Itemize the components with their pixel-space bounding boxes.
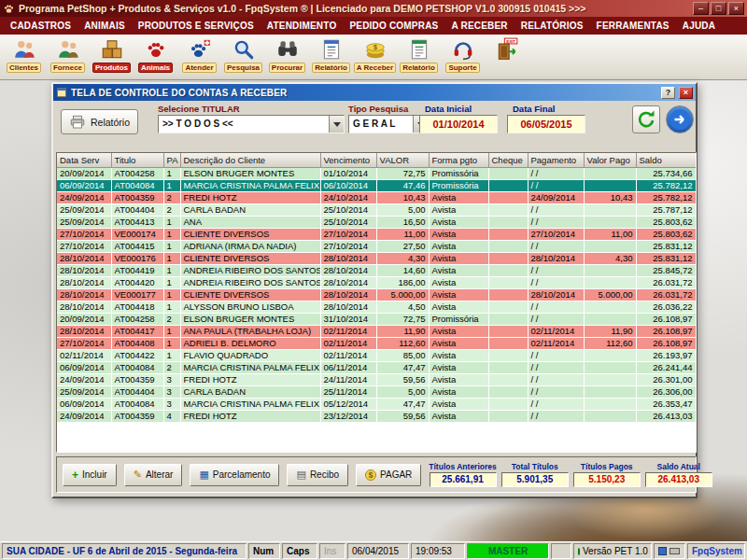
menu-item[interactable]: ATENDIMENTO	[261, 19, 344, 33]
cell-saldo: 25.845,72	[636, 264, 696, 276]
menu-item[interactable]: AJUDA	[676, 19, 722, 33]
toolbar-areceber-button[interactable]: $ A Receber	[353, 36, 397, 79]
cell-valor: 11,00	[376, 228, 429, 240]
window-titlebar[interactable]: TELA DE CONTROLE DO CONTAS A RECEBER ? ×	[53, 84, 696, 101]
cell-valor-pago: 11,00	[584, 228, 636, 240]
titular-select[interactable]: >> T O D O S <<	[158, 115, 345, 133]
cell-valor: 85,00	[376, 349, 429, 361]
tipo-pesquisa-select[interactable]: G E R A L	[348, 115, 429, 133]
column-header[interactable]: VALOR	[376, 153, 429, 167]
table-row[interactable]: 27/10/2014 VE000174 1 CLIENTE DIVERSOS 2…	[57, 228, 696, 240]
relatorio-button[interactable]: Relatório	[61, 109, 138, 134]
parcelamento-label: Parcelamento	[213, 469, 271, 480]
help-button[interactable]: ?	[661, 87, 675, 99]
table-row[interactable]: 20/09/2014 AT004258 1 ELSON BRUGER MONTE…	[57, 167, 696, 179]
cell-pa: 1	[163, 288, 180, 301]
toolbar-pesquisa-button[interactable]: Pesquisa	[221, 36, 265, 79]
table-row[interactable]: 27/10/2014 AT004408 1 ADRIELI B. DELMORO…	[57, 337, 696, 349]
table-row[interactable]: 24/09/2014 AT004359 3 FREDI HOTZ 24/11/2…	[57, 373, 696, 385]
cell-data-serv: 28/10/2014	[57, 288, 111, 301]
table-row[interactable]: 25/09/2014 AT004413 1 ANA 25/10/2014 16,…	[57, 216, 696, 228]
table-row[interactable]: 28/10/2014 AT004418 1 ALYSSON BRUNO LISB…	[57, 301, 696, 313]
data-final-field[interactable]	[507, 115, 585, 133]
toolbar-produtos-button[interactable]: Produtos	[90, 36, 134, 79]
cell-forma-pgto: Avista	[429, 325, 488, 337]
toolbar-procurar-button[interactable]: Procurar	[265, 36, 309, 79]
toolbar-animais-button[interactable]: Animais	[134, 36, 177, 79]
column-header[interactable]: Data Serv	[57, 153, 111, 167]
incluir-button[interactable]: +Incluir	[63, 464, 117, 486]
column-header[interactable]: Pagamento	[528, 153, 584, 167]
parcelamento-button[interactable]: ▦Parcelamento	[190, 464, 279, 486]
cell-cliente: MARCIA CRISTINA PALMA FELIX	[180, 398, 320, 410]
menu-item[interactable]: PEDIDO COMPRAS	[343, 19, 444, 33]
table-row[interactable]: 06/09/2014 AT004084 3 MARCIA CRISTINA PA…	[57, 398, 696, 410]
window-close-button[interactable]: ×	[679, 87, 693, 99]
cell-pagamento: / /	[528, 410, 584, 422]
toolbar-suporte-button[interactable]: Suporte	[441, 36, 485, 79]
cell-pagamento: / /	[528, 373, 584, 385]
refresh-button[interactable]	[632, 105, 660, 133]
table-row[interactable]: 06/09/2014 AT004084 2 MARCIA CRISTINA PA…	[57, 361, 696, 373]
minimize-button[interactable]: –	[693, 2, 709, 15]
toolbar-clientes-button[interactable]: Clientes	[2, 36, 46, 79]
toolbar-fornecedores-button[interactable]: Fornece	[46, 36, 90, 79]
column-header[interactable]: Descrição do Cliente	[180, 153, 320, 167]
toolbar-relatorio2-button[interactable]: Relatório	[397, 36, 441, 79]
table-row[interactable]: 02/11/2014 AT004422 1 FLAVIO QUADRADO 02…	[57, 349, 696, 361]
cell-saldo: 26.031,72	[636, 288, 696, 301]
menu-item[interactable]: RELATÓRIOS	[514, 19, 590, 33]
table-row[interactable]: 24/09/2014 AT004359 2 FREDI HOTZ 24/10/2…	[57, 191, 696, 203]
toolbar-relatorio-button[interactable]: Relatório	[309, 36, 353, 79]
cell-valor-pago: 112,60	[584, 337, 636, 349]
cell-saldo: 26.306,00	[636, 385, 696, 398]
cell-pagamento: / /	[528, 385, 584, 398]
column-header[interactable]: Cheque	[488, 153, 528, 167]
cell-forma-pgto: Avista	[429, 361, 488, 373]
table-row[interactable]: 28/10/2014 AT004419 1 ANDREIA RIBEIRO DO…	[57, 264, 696, 276]
menu-item[interactable]: CADASTROS	[4, 19, 78, 33]
menu-item[interactable]: ANIMAIS	[78, 19, 132, 33]
table-row[interactable]: 28/10/2014 VE000176 1 CLIENTE DIVERSOS 2…	[57, 252, 696, 264]
pagar-button[interactable]: $PAGAR	[356, 464, 421, 486]
data-inicial-field[interactable]	[419, 115, 498, 133]
chevron-down-icon[interactable]	[329, 116, 344, 133]
table-row[interactable]: 24/09/2014 AT004359 4 FREDI HOTZ 23/12/2…	[57, 410, 696, 422]
column-header[interactable]: Saldo	[636, 153, 696, 167]
table-row[interactable]: 25/09/2014 AT004404 3 CARLA BADAN 25/11/…	[57, 385, 696, 398]
cell-pa: 1	[163, 167, 180, 179]
toolbar-atender-button[interactable]: Atender	[177, 36, 221, 79]
column-header[interactable]: Valor Pago	[584, 153, 636, 167]
cell-cliente: MARCIA CRISTINA PALMA FELIX	[180, 361, 320, 373]
table-row[interactable]: 28/10/2014 VE000177 1 CLIENTE DIVERSOS 2…	[57, 288, 696, 301]
cell-valor-pago	[584, 398, 636, 410]
cell-valor-pago	[584, 385, 636, 398]
toolbar-label: Produtos	[92, 63, 131, 73]
pencil-icon: ✎	[134, 469, 142, 481]
recibo-button[interactable]: ▤Recibo	[287, 464, 348, 486]
alterar-button[interactable]: ✎Alterar	[124, 464, 183, 486]
table-row[interactable]: 20/09/2014 AT004258 2 ELSON BRUGER MONTE…	[57, 313, 696, 325]
disk-icon	[658, 547, 667, 555]
menu-item[interactable]: PRODUTOS E SERVIÇOS	[132, 19, 261, 33]
petshop-app: Programa PetShop + Produtos & Serviços v…	[0, 0, 747, 560]
maximize-button[interactable]: □	[711, 2, 726, 15]
cell-vencimento: 24/10/2014	[320, 191, 376, 203]
menu-item[interactable]: FERRAMENTAS	[590, 19, 676, 33]
close-button[interactable]: ×	[728, 2, 744, 15]
table-row[interactable]: 25/09/2014 AT004404 2 CARLA BADAN 25/10/…	[57, 203, 696, 216]
table-row[interactable]: 28/10/2014 AT004420 1 ANDREIA RIBEIRO DO…	[57, 276, 696, 288]
column-header[interactable]: Forma pgto	[429, 153, 488, 167]
column-header[interactable]: Vencimento	[320, 153, 376, 167]
column-header[interactable]: Titulo	[111, 153, 163, 167]
go-button[interactable]	[666, 105, 694, 133]
column-header[interactable]: PA	[163, 153, 180, 167]
table-row[interactable]: 06/09/2014 AT004084 1 MARCIA CRISTINA PA…	[57, 179, 696, 191]
table-row[interactable]: 28/10/2014 AT004417 1 ANA PAULA (TRABALH…	[57, 325, 696, 337]
cell-pagamento: 02/11/2014	[528, 325, 584, 337]
menu-item[interactable]: A RECEBER	[444, 19, 514, 33]
toolbar-exit-button[interactable]: EXIT	[485, 36, 529, 79]
table-row[interactable]: 27/10/2014 AT004415 1 ADRIANA (IRMA DA N…	[57, 240, 696, 252]
cell-vencimento: 28/10/2014	[320, 264, 376, 276]
cell-cliente: ANA PAULA (TRABALHA LOJA)	[180, 325, 320, 337]
